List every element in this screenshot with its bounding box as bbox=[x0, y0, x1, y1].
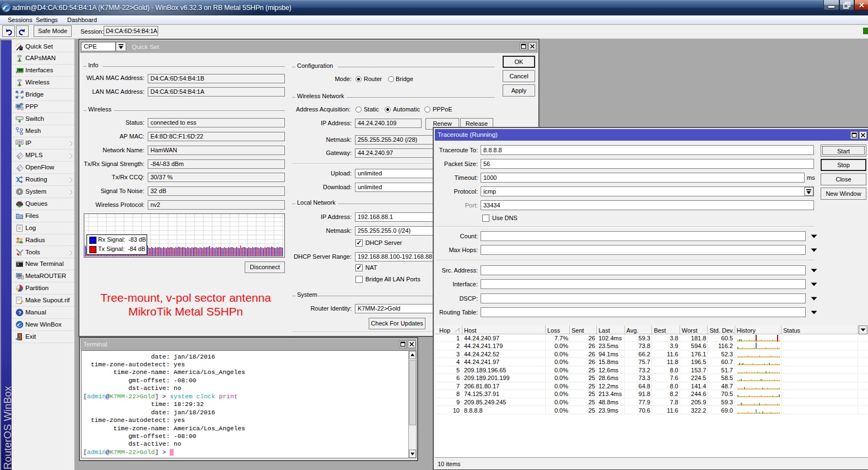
svg-text:?: ? bbox=[18, 310, 21, 316]
svg-text:255: 255 bbox=[17, 141, 23, 144]
